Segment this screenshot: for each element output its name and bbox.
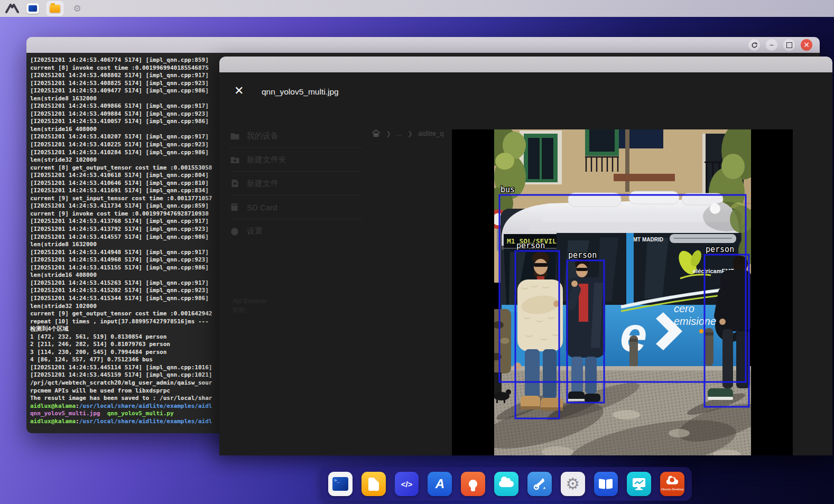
sidebar-item-label: 新建文件 — [247, 179, 279, 189]
detection-label: person — [568, 250, 597, 260]
breadcrumb: ❯ ... ❯ aidlite_q — [372, 129, 443, 137]
dock-app-center-icon[interactable]: A — [428, 472, 452, 496]
dock-ubuntu-desktop-icon[interactable]: Ubuntu Desktop — [660, 472, 684, 496]
dock-system-monitor-icon[interactable] — [627, 472, 651, 496]
sd-card-icon — [230, 203, 239, 212]
topbar-terminal-icon[interactable] — [24, 1, 41, 16]
photo-canvas: M1 SOL/SEVILLA EMT MADRID — [494, 129, 751, 455]
refresh-button[interactable] — [748, 39, 760, 51]
app-name-label: Aid Browser — [233, 297, 267, 306]
dock: </> A ⚙ Ubuntu Desktop — [321, 467, 692, 501]
top-bar: ⚙ — [0, 0, 834, 17]
viewer-close-icon[interactable]: ✕ — [234, 85, 244, 97]
dock-docs-icon[interactable] — [594, 472, 618, 496]
sidebar-item-2[interactable]: 新建文件夹 — [230, 148, 362, 172]
topbar-settings-icon[interactable]: ⚙ — [69, 1, 86, 16]
detection-label: bus — [501, 185, 515, 194]
file-plus-icon — [230, 179, 239, 188]
dock-cloud-icon[interactable] — [494, 472, 518, 496]
detection-label: person — [706, 245, 734, 254]
close-button[interactable]: ✕ — [801, 39, 812, 51]
dock-files-icon[interactable] — [362, 472, 386, 496]
aidlux-logo-icon — [5, 3, 19, 14]
sidebar-footer: Aid Browser 帮助 — [233, 297, 267, 315]
chevron-right-icon: ❯ — [386, 130, 391, 137]
help-label[interactable]: 帮助 — [233, 306, 267, 315]
chevron-right-icon: ❯ — [407, 130, 413, 137]
bus-slogan-line1: cero — [674, 303, 694, 314]
viewer-title-bar[interactable] — [219, 57, 832, 72]
viewer-image-title: qnn_yolov5_multi.jpg — [262, 87, 339, 97]
sidebar-item-label: 新建文件夹 — [247, 155, 286, 165]
gear-icon — [230, 227, 239, 236]
refresh-icon — [751, 42, 758, 49]
bus-operator-text: EMT MADRID — [629, 237, 663, 242]
image-viewer-window: ✕ qnn_yolov5_multi.jpg 我的设备新建文件夹新建文件SD C… — [219, 57, 832, 455]
viewer-content: ✕ qnn_yolov5_multi.jpg 我的设备新建文件夹新建文件SD C… — [219, 72, 832, 455]
monitor-chart-icon — [632, 477, 646, 491]
dock-tips-icon[interactable] — [461, 472, 485, 496]
sidebar-item-label: SD Card — [247, 203, 277, 212]
detection-label: person — [516, 241, 545, 250]
sidebar-item-label: 我的设备 — [247, 131, 279, 141]
maximize-button[interactable] — [783, 39, 795, 51]
sidebar-item-label: 设置 — [247, 226, 263, 236]
minimize-button[interactable]: − — [766, 39, 777, 51]
dock-terminal-icon[interactable] — [328, 472, 353, 496]
breadcrumb-current[interactable]: aidlite_q — [418, 129, 443, 137]
sidebar-item-1[interactable]: 我的设备 — [230, 124, 362, 148]
folder-plus-icon — [230, 155, 239, 164]
sidebar-item-4[interactable]: SD Card — [230, 195, 362, 219]
folder-icon — [230, 132, 239, 141]
terminal-title-bar[interactable]: − ✕ — [26, 37, 820, 53]
sidebar-item-5[interactable]: 设置 — [230, 219, 362, 242]
wrench-pencil-icon — [533, 477, 546, 491]
dock-settings-icon[interactable]: ⚙ — [561, 472, 585, 496]
breadcrumb-ellipsis[interactable]: ... — [396, 129, 402, 137]
ubuntu-desktop-label: Ubuntu Desktop — [661, 488, 684, 491]
viewer-sidebar: 我的设备新建文件夹新建文件SD Card设置 — [230, 124, 362, 242]
home-icon[interactable] — [372, 129, 381, 137]
dock-code-editor-icon[interactable]: </> — [395, 472, 419, 496]
photo-viewport: M1 SOL/SEVILLA EMT MADRID — [452, 129, 793, 455]
topbar-files-icon[interactable] — [47, 1, 63, 16]
sidebar-item-3[interactable]: 新建文件 — [230, 172, 362, 195]
dock-toolbox-icon[interactable] — [527, 472, 552, 496]
